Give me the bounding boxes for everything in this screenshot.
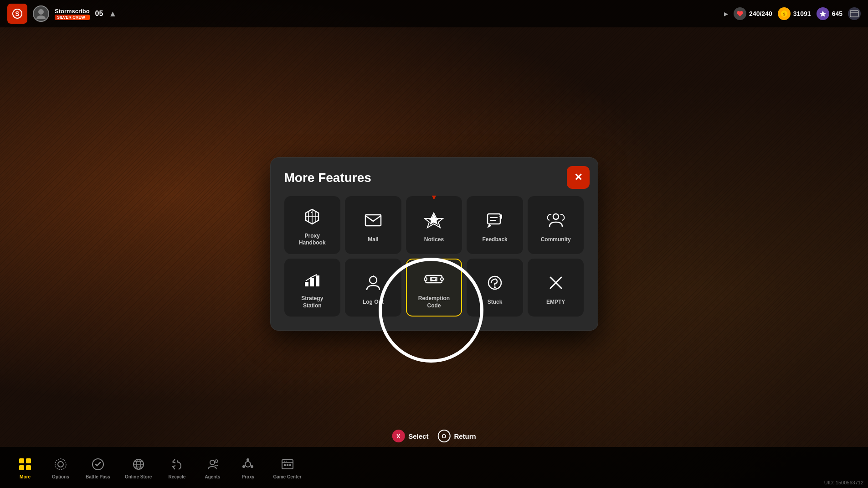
svg-point-16 [370, 276, 377, 284]
log-out-icon [362, 271, 385, 294]
empty-label: EMPTY [546, 299, 565, 306]
notices-label: Notices [424, 236, 444, 244]
return-label: Return [454, 432, 476, 440]
x-button: X [392, 430, 405, 442]
proxy-handbook-label: ProxyHandbook [299, 233, 326, 247]
feedback-label: Feedback [482, 236, 507, 244]
svg-point-12 [553, 214, 559, 219]
strategy-station-label: StrategyStation [301, 295, 323, 309]
svg-rect-13 [305, 282, 308, 286]
return-control: O Return [437, 430, 476, 442]
select-label: Select [408, 432, 428, 440]
svg-rect-15 [316, 275, 319, 286]
svg-rect-18 [426, 275, 442, 283]
feedback-icon [483, 209, 506, 232]
svg-rect-14 [310, 278, 314, 286]
feature-community[interactable]: Community [528, 196, 584, 254]
feature-stuck[interactable]: Stuck [467, 259, 523, 317]
svg-point-26 [494, 286, 496, 288]
more-features-modal: More Features ✕ ProxyHandbook [270, 157, 598, 331]
o-button: O [437, 430, 450, 442]
redemption-code-icon [422, 268, 445, 291]
features-grid: ProxyHandbook Mail ▼ [284, 196, 584, 317]
mail-icon [362, 209, 385, 232]
modal-overlay: More Features ✕ ProxyHandbook [0, 0, 868, 488]
feature-mail[interactable]: Mail [345, 196, 401, 254]
modal-title: More Features [284, 171, 584, 185]
stuck-icon [483, 271, 506, 294]
proxy-handbook-icon [301, 205, 324, 228]
community-label: Community [541, 236, 571, 244]
notices-icon [422, 209, 445, 232]
feature-log-out[interactable]: Log Out [345, 259, 401, 317]
svg-rect-24 [435, 277, 437, 281]
scroll-indicator: ▼ [431, 193, 438, 202]
feature-feedback[interactable]: Feedback [467, 196, 523, 254]
feature-redemption-code[interactable]: RedemptionCode [406, 259, 462, 317]
feature-notices[interactable]: ▼ Notices [406, 196, 462, 254]
strategy-station-icon [301, 268, 324, 291]
svg-rect-9 [488, 214, 500, 224]
svg-rect-8 [365, 215, 381, 226]
stuck-label: Stuck [488, 299, 503, 306]
controls-hint: X Select O Return [392, 430, 476, 442]
feature-empty[interactable]: EMPTY [528, 259, 584, 317]
empty-icon [544, 271, 567, 294]
mail-label: Mail [368, 236, 378, 244]
feature-strategy-station[interactable]: StrategyStation [284, 259, 341, 317]
log-out-label: Log Out [363, 299, 384, 306]
close-button[interactable]: ✕ [567, 166, 590, 189]
svg-rect-23 [430, 277, 432, 281]
select-control: X Select [392, 430, 428, 442]
close-icon: ✕ [574, 171, 582, 183]
redemption-code-label: RedemptionCode [418, 295, 450, 309]
feature-proxy-handbook[interactable]: ProxyHandbook [284, 196, 341, 254]
community-icon [544, 209, 567, 232]
